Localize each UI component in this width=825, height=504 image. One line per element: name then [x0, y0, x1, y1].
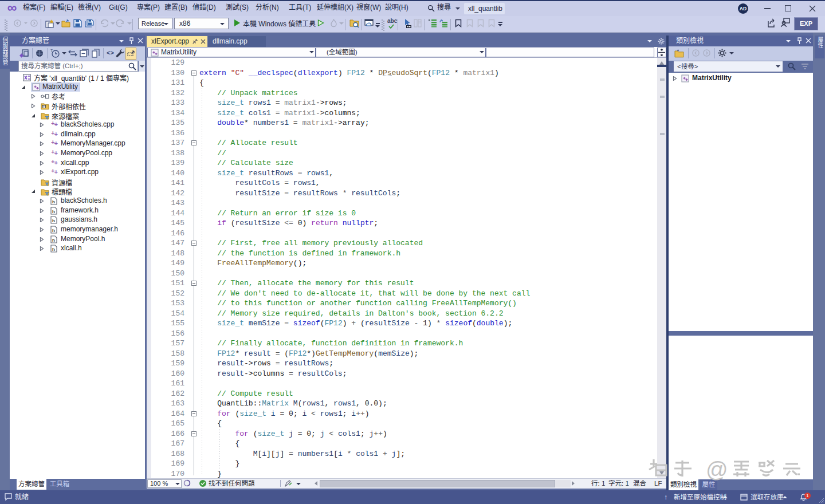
svg-text:h: h: [52, 247, 55, 252]
svg-text:h: h: [52, 199, 55, 204]
svg-text:h: h: [52, 228, 55, 233]
svg-text:h: h: [52, 218, 55, 223]
svg-text:h: h: [52, 238, 55, 243]
svg-text:h: h: [52, 209, 55, 214]
